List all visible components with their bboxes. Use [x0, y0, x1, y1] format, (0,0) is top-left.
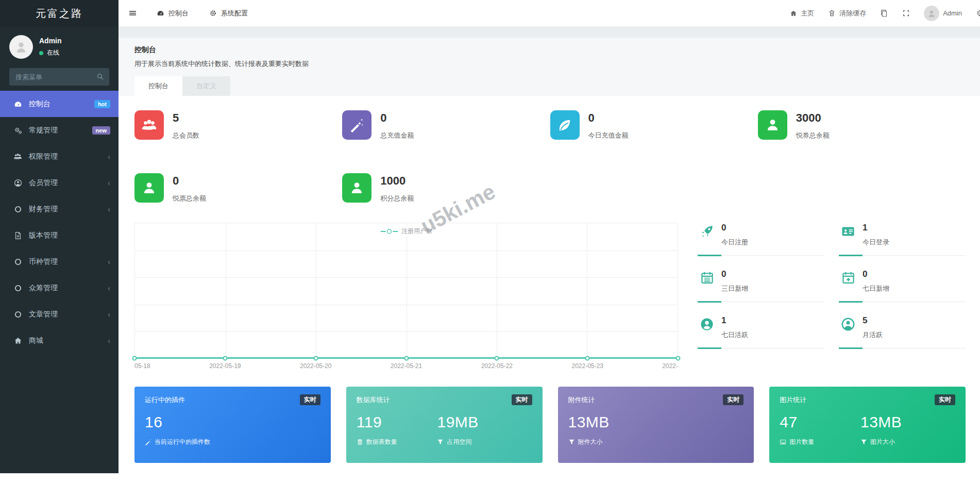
sidebar-item-dashboard[interactable]: 控制台 hot — [0, 91, 119, 117]
chart-x-axis: 2022-05-18 2022-05-19 2022-05-20 2022-05… — [134, 361, 678, 371]
image-icon — [780, 439, 786, 445]
page-title: 控制台 — [134, 45, 964, 55]
brand-logo: 元富之路 — [0, 0, 119, 27]
calendar-icon — [699, 269, 715, 293]
stat-points-balance: 1000积分总余额 — [342, 173, 550, 203]
sidebar-item-label: 文章管理 — [29, 310, 58, 319]
docs-icon — [880, 9, 888, 18]
user-name: Admin — [39, 37, 62, 45]
card-running-plugins: 运行中的插件 实时 16 当前运行中的插件数 — [134, 387, 331, 463]
new-badge: new — [92, 126, 110, 135]
avatar[interactable] — [9, 35, 33, 59]
user-circle-icon — [840, 315, 856, 340]
stat-coupon-balance: 3000悦券总余额 — [758, 110, 966, 140]
magic-wand-icon — [145, 439, 151, 445]
user-icon — [758, 110, 787, 140]
page-description: 用于展示当前系统中的统计数据、统计报表及重要实时数据 — [134, 59, 964, 69]
quick-stat-3day-new: 0三日新增 — [698, 268, 824, 302]
registered-users-chart: 注册用户数 u5ki.me 2022 — [134, 222, 678, 371]
quick-stat-today-register: 0今日注册 — [698, 222, 824, 256]
sidebar-item-articles[interactable]: 文章管理 — [0, 301, 119, 327]
user-status-label: 在线 — [47, 48, 59, 57]
summary-cards: 运行中的插件 实时 16 当前运行中的插件数 数据库统计 实时 — [134, 387, 966, 463]
docs-button[interactable] — [880, 9, 888, 18]
sidebar-menu: 控制台 hot 常规管理 new 权限管理 会员管理 财务管理 版本管理 — [0, 91, 119, 354]
content-gap — [119, 27, 980, 38]
filter-icon — [437, 439, 444, 445]
home-icon — [13, 337, 23, 345]
user-solid-circle-icon — [699, 315, 715, 340]
chevron-left-icon — [108, 205, 110, 213]
user-circle-icon — [13, 179, 23, 187]
cogs-icon — [13, 126, 23, 135]
search-icon[interactable] — [96, 73, 104, 80]
user-icon — [342, 173, 371, 203]
sidebar-item-label: 版本管理 — [29, 231, 58, 240]
circle-icon — [13, 310, 23, 319]
hot-badge: hot — [94, 100, 110, 108]
user-menu[interactable]: Admin — [924, 6, 962, 21]
tab-dashboard[interactable]: 控制台 — [134, 76, 182, 96]
sidebar-item-label: 会员管理 — [29, 178, 58, 188]
chart-plot-area — [134, 223, 678, 359]
chevron-left-icon — [108, 310, 110, 319]
realtime-badge: 实时 — [300, 394, 320, 405]
card-attachment-stats: 附件统计 实时 13MB 附件大小 — [558, 387, 754, 463]
rocket-icon — [699, 223, 715, 247]
settings-gear-button[interactable] — [976, 9, 980, 18]
topbar: 控制台 系统配置 主页 清除缓存 Admin — [119, 0, 980, 27]
stat-ticket-balance: 0悦票总余额 — [134, 173, 342, 203]
chevron-left-icon — [108, 337, 110, 345]
trash-icon — [828, 9, 836, 17]
chart-legend[interactable]: 注册用户数 — [380, 227, 432, 236]
fullscreen-icon — [902, 9, 910, 17]
sidebar-item-label: 权限管理 — [29, 152, 58, 161]
quick-stat-month-active: 5月活跃 — [839, 314, 966, 348]
chevron-left-icon — [108, 153, 110, 161]
sidebar-item-label: 常规管理 — [29, 126, 58, 135]
online-status-icon — [39, 51, 43, 55]
topbar-tab-dashboard[interactable]: 控制台 — [146, 0, 199, 26]
legend-marker-icon — [380, 228, 398, 235]
leaf-icon — [550, 110, 580, 140]
sidebar-item-label: 控制台 — [29, 99, 50, 109]
sidebar-item-label: 商城 — [29, 336, 43, 345]
search-input[interactable] — [9, 68, 109, 86]
fullscreen-button[interactable] — [902, 9, 910, 17]
home-button[interactable]: 主页 — [790, 9, 814, 18]
sidebar-item-version[interactable]: 版本管理 — [0, 222, 119, 248]
member-group-icon — [134, 110, 164, 140]
circle-icon — [13, 258, 23, 266]
sidebar-item-crowdfunding[interactable]: 众筹管理 — [0, 275, 119, 301]
id-card-icon — [840, 223, 856, 247]
gear-icon — [209, 9, 217, 17]
clear-cache-button[interactable]: 清除缓存 — [828, 9, 866, 18]
sidebar-item-mall[interactable]: 商城 — [0, 327, 119, 354]
chevron-left-icon — [108, 258, 110, 266]
filter-icon — [860, 439, 867, 445]
chevron-left-icon — [108, 179, 110, 187]
quick-stat-today-login: 1今日登录 — [839, 222, 966, 256]
tachometer-icon — [157, 9, 164, 17]
tab-custom[interactable]: 自定义 — [182, 76, 230, 96]
sidebar-toggle-button[interactable] — [119, 0, 146, 26]
tachometer-icon — [13, 100, 23, 108]
topbar-tab-system-config[interactable]: 系统配置 — [199, 0, 258, 26]
realtime-badge: 实时 — [723, 394, 744, 405]
sidebar-item-members[interactable]: 会员管理 — [0, 170, 119, 196]
sidebar-item-general[interactable]: 常规管理 new — [0, 117, 119, 143]
sidebar-item-auth[interactable]: 权限管理 — [0, 143, 119, 170]
sidebar-item-currency[interactable]: 币种管理 — [0, 248, 119, 275]
database-icon — [357, 439, 363, 445]
avatar — [924, 6, 939, 21]
circle-icon — [13, 205, 23, 213]
realtime-badge: 实时 — [935, 394, 955, 405]
menu-search — [9, 68, 109, 86]
calendar-plus-icon — [840, 269, 856, 293]
user-icon — [134, 173, 164, 203]
circle-icon — [13, 284, 23, 292]
topbar-username: Admin — [943, 9, 962, 17]
card-database-stats: 数据库统计 实时 119 数据表数量 19MB 占用空间 — [346, 387, 543, 463]
sidebar-item-finance[interactable]: 财务管理 — [0, 196, 119, 222]
quick-stat-7day-active: 1七日活跃 — [698, 314, 824, 348]
